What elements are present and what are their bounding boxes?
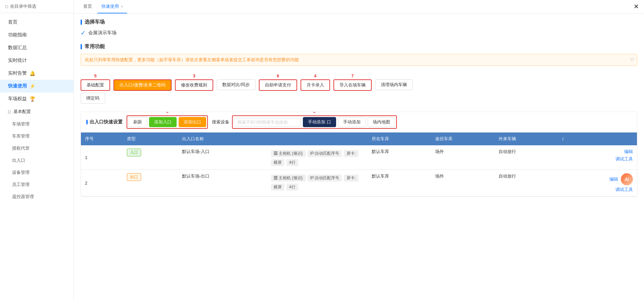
row1-device-tags: ☰ 主相机 (臻识) IP:自动匹配序号 屏卡: 横屏 4行: [271, 150, 364, 166]
tab-home[interactable]: 首页: [79, 0, 96, 13]
row2-type-badge: 出口: [127, 173, 141, 181]
add-entry-button[interactable]: 添加入口: [149, 117, 177, 127]
row2-garage: 默认车库: [368, 170, 431, 196]
quick-action-group-1: 1 刷新 添加入口 添加出口: [127, 115, 208, 129]
garage-mgmt-label: 车库管理: [12, 134, 30, 139]
page-content: 选择车场 ✓ 会展演示车场 常用功能 此处只列举常用快捷配置，更多功能（如字母车…: [74, 13, 644, 301]
sidebar-item-data-summary[interactable]: 数据汇总: [0, 41, 74, 54]
modify-fee-button[interactable]: 修改收费规则: [175, 79, 213, 91]
tab-close-icon[interactable]: ×: [121, 4, 123, 8]
row1-tag-ip: IP:自动匹配序号: [308, 150, 342, 157]
group2-num-label: 2: [313, 112, 316, 114]
group1-num-label: 1: [166, 112, 168, 114]
self-pay-wrapper: 6 自助申请支付: [259, 79, 297, 91]
row1-tag-rows: 4行: [286, 159, 298, 166]
row2-tag-camera: ☰ 主相机 (臻识): [271, 175, 306, 182]
manual-add-primary-button[interactable]: 手动添加 口: [303, 117, 336, 127]
sidebar-nav: 首页 功能指南 数据汇总 实时统计 实时告警 🔔 快速使用 ⚡ 车场权益 🏆 □…: [0, 13, 74, 301]
sidebar-item-home[interactable]: 首页: [0, 16, 74, 29]
tab-quick-use-label: 快速使用: [101, 3, 119, 9]
row2-type: 出口: [123, 170, 178, 196]
row1-debug-link[interactable]: 调试工具: [615, 156, 633, 162]
section-checkbox-icon: □: [8, 109, 11, 114]
sidebar-item-parking-rights[interactable]: 车场权益 🏆: [0, 92, 74, 105]
quick-setup-header: 出入口快速设置 1 刷新 添加入口 添加出口 搜索设备 2: [81, 112, 637, 133]
trophy-icon: 🏆: [30, 96, 35, 102]
tab-bar: 首页 快速使用 × ✕: [74, 0, 644, 13]
filter-checkbox-icon: □: [5, 4, 8, 9]
num-4-label: 4: [314, 73, 316, 78]
lightning-icon: ⚡: [30, 83, 35, 89]
entry-exit-label: 出入口: [12, 158, 25, 163]
venue-selector[interactable]: ✓ 会展演示车场: [81, 29, 637, 37]
realtime-stats-label: 实时统计: [8, 58, 27, 64]
row2-tag-orientation: 横屏: [271, 184, 284, 191]
tab-home-label: 首页: [83, 3, 92, 9]
import-vehicles-button[interactable]: 导入在场车辆: [333, 79, 372, 91]
bind-code-button[interactable]: 绑定码: [81, 93, 105, 104]
auth-mgmt-label: 授权代管: [12, 146, 30, 151]
home-label: 首页: [8, 19, 17, 25]
monthly-card-button[interactable]: 月卡录入: [301, 79, 330, 91]
sidebar-item-realtime-stats[interactable]: 实时统计: [0, 54, 74, 67]
sidebar-item-remote-ctrl[interactable]: 遥控器管理: [0, 191, 74, 203]
add-exit-button[interactable]: 添加出口: [179, 117, 206, 127]
row2-route: 场外: [431, 170, 495, 196]
row1-tag-screen: 屏卡:: [344, 150, 358, 157]
manual-add-secondary-button[interactable]: 手动添加: [338, 117, 366, 127]
common-section-title: 常用功能: [81, 43, 637, 50]
entry-exit-code-button[interactable]: 出入口/缴费/发券二维码: [113, 79, 172, 91]
device-mgmt-label: 设备管理: [12, 170, 30, 175]
search-label: 搜索设备: [212, 119, 229, 125]
col-type: 类型: [123, 133, 178, 145]
sidebar-item-entry-exit[interactable]: 出入口: [0, 154, 74, 166]
basic-config-button[interactable]: 基础配置: [81, 79, 110, 91]
entry-exit-table: 序号 类型 出入口名称 所在车库 途径车库 外来车辆 / 1: [81, 133, 637, 196]
row2-tags: ☰ 主相机 (臻识) IP:自动匹配序号 屏卡: 横屏 4行: [267, 170, 368, 196]
site-map-button[interactable]: 场内地图: [368, 117, 395, 127]
row1-type-badge: 入口: [127, 149, 141, 156]
venue-check-icon: ✓: [81, 29, 86, 37]
sidebar-item-device-mgmt[interactable]: 设备管理: [0, 166, 74, 179]
row1-edit-link[interactable]: 编辑: [624, 149, 633, 155]
window-close-button[interactable]: ✕: [634, 3, 639, 10]
row1-tags: ☰ 主相机 (臻识) IP:自动匹配序号 屏卡: 横屏 4行: [267, 145, 368, 170]
feature-guide-label: 功能指南: [8, 32, 27, 38]
num-6-label: 6: [277, 73, 279, 78]
sidebar-item-parking-mgmt[interactable]: 车场管理: [0, 118, 74, 130]
sidebar-filter[interactable]: □ 在目录中筛选: [0, 0, 74, 13]
row2-tag-screen: 屏卡:: [344, 175, 358, 182]
group2-border: 手动添加 口 手动添加 场内地图: [232, 115, 397, 129]
row2-debug-link[interactable]: 调试工具: [615, 187, 633, 193]
quick-setup-title-label: 出入口快速设置: [86, 119, 123, 125]
row2-external: 自动放行: [495, 170, 558, 196]
row1-route: 场外: [431, 145, 495, 170]
refresh-button[interactable]: 刷新: [128, 117, 147, 127]
quick-action-group-2: 2 手动添加 口 手动添加 场内地图: [232, 115, 397, 129]
tab-bar-left: 首页 快速使用 ×: [79, 0, 127, 13]
sidebar: □ 在目录中筛选 首页 功能指南 数据汇总 实时统计 实时告警 🔔 快速使用 ⚡…: [0, 0, 74, 301]
search-device-input[interactable]: [234, 118, 301, 126]
data-sync-button[interactable]: 数据对比/同步: [217, 79, 256, 90]
sidebar-item-feature-guide[interactable]: 功能指南: [0, 29, 74, 41]
venue-section-label: 选择车场: [85, 19, 105, 25]
col-action: /: [558, 133, 637, 145]
row2-seq: 2: [81, 170, 123, 196]
sidebar-item-realtime-alert[interactable]: 实时告警 🔔: [0, 67, 74, 80]
tab-quick-use[interactable]: 快速使用 ×: [97, 0, 127, 13]
sidebar-item-quick-use[interactable]: 快速使用 ⚡: [0, 80, 74, 92]
sidebar-item-staff-mgmt[interactable]: 员工管理: [0, 179, 74, 191]
notice-text: 此处只列举常用快捷配置，更多功能（如字母车库）请依次查看左侧菜单或者提交工单咨询…: [85, 57, 299, 62]
row1-external: 自动放行: [495, 145, 558, 170]
notice-close-button[interactable]: □: [631, 57, 634, 62]
filter-label: 在目录中筛选: [10, 3, 36, 9]
sidebar-item-garage-mgmt[interactable]: 车库管理: [0, 130, 74, 142]
clear-vehicles-button[interactable]: 清理场内车辆: [375, 79, 413, 90]
quick-use-label: 快速使用: [8, 83, 27, 89]
row1-actions: 编辑 调试工具: [558, 145, 637, 170]
group1-border: 刷新 添加入口 添加出口: [127, 115, 208, 129]
self-pay-button[interactable]: 自助申请支付: [259, 79, 297, 91]
row2-edit-link[interactable]: 编辑: [609, 176, 618, 182]
basic-config-wrapper: 5 基础配置: [81, 79, 110, 91]
sidebar-item-auth-mgmt[interactable]: 授权代管: [0, 142, 74, 154]
